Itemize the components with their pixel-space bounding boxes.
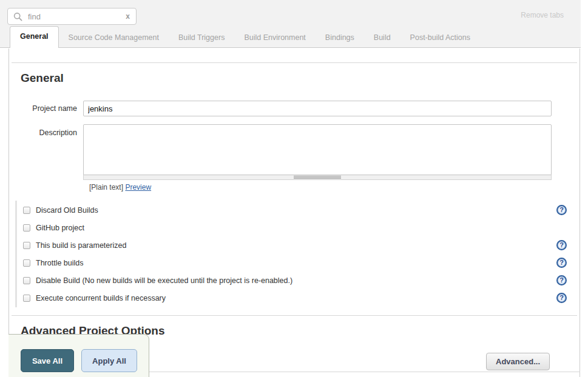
description-textarea[interactable]: [83, 124, 552, 175]
discard-old-builds-checkbox[interactable]: [23, 207, 30, 214]
disable-build-checkbox[interactable]: [23, 277, 30, 284]
apply-all-button[interactable]: Apply All: [81, 349, 137, 372]
concurrent-builds-checkbox[interactable]: [23, 295, 30, 302]
bottom-divider: [149, 372, 580, 372]
tab-source-code-management[interactable]: Source Code Management: [59, 28, 169, 48]
general-options-block: Discard Old Builds ? GitHub project This…: [15, 201, 580, 307]
help-icon[interactable]: ?: [556, 293, 567, 303]
option-label: Disable Build (No new builds will be exe…: [36, 276, 292, 285]
save-bottom-bar: Save All Apply All: [8, 334, 149, 377]
option-label: Throttle builds: [36, 259, 84, 267]
option-row-disable-build: Disable Build (No new builds will be exe…: [17, 272, 580, 289]
jenkins-config-page: x Remove tabs General Source Code Manage…: [0, 0, 588, 377]
preview-link[interactable]: Preview: [125, 183, 151, 192]
parameterized-checkbox[interactable]: [23, 242, 30, 249]
config-search-box[interactable]: x: [7, 8, 137, 25]
description-field-wrap: [83, 124, 552, 180]
tab-build[interactable]: Build: [364, 28, 400, 48]
general-section-title: General: [21, 72, 580, 85]
option-row-discard-old-builds: Discard Old Builds ?: [17, 201, 580, 219]
project-name-row: Project name: [9, 101, 580, 116]
help-icon[interactable]: ?: [556, 258, 567, 268]
config-tab-bar: General Source Code Management Build Tri…: [10, 26, 480, 48]
option-label: Discard Old Builds: [36, 206, 98, 215]
config-content-panel: General Project name Description [Plain …: [8, 48, 580, 377]
option-row-parameterized: This build is parameterized ?: [17, 236, 580, 254]
description-row: Description: [9, 124, 580, 180]
option-label: Execute concurrent builds if necessary: [36, 294, 166, 302]
tab-bindings[interactable]: Bindings: [316, 28, 364, 48]
plain-text-mode-label: [Plain text]: [89, 183, 123, 192]
option-row-concurrent-builds: Execute concurrent builds if necessary ?: [17, 289, 580, 307]
config-header-bar: x Remove tabs General Source Code Manage…: [0, 0, 581, 48]
search-clear-icon[interactable]: x: [125, 12, 130, 21]
advanced-button[interactable]: Advanced...: [486, 353, 550, 370]
description-preview-line: [Plain text] Preview: [89, 183, 580, 192]
tab-build-triggers[interactable]: Build Triggers: [169, 28, 234, 48]
help-icon[interactable]: ?: [556, 275, 567, 285]
tab-general[interactable]: General: [10, 26, 59, 48]
help-icon[interactable]: ?: [556, 240, 567, 250]
throttle-builds-checkbox[interactable]: [23, 259, 30, 267]
project-name-label: Project name: [9, 104, 83, 113]
tab-post-build-actions[interactable]: Post-build Actions: [400, 28, 480, 48]
option-row-throttle-builds: Throttle builds ?: [17, 254, 580, 272]
tab-build-environment[interactable]: Build Environment: [234, 28, 315, 48]
project-name-input[interactable]: [83, 101, 552, 116]
textarea-resize-handle[interactable]: [83, 175, 552, 180]
option-row-github-project: GitHub project: [17, 219, 580, 236]
search-icon: [13, 12, 22, 21]
save-all-button[interactable]: Save All: [21, 349, 74, 372]
section-divider: [12, 315, 577, 316]
description-label: Description: [9, 124, 83, 137]
remove-tabs-link[interactable]: Remove tabs: [521, 11, 564, 19]
option-label: GitHub project: [36, 224, 84, 232]
option-label: This build is parameterized: [36, 241, 126, 250]
section-divider: [12, 62, 577, 63]
help-icon[interactable]: ?: [556, 205, 567, 215]
github-project-checkbox[interactable]: [23, 224, 30, 232]
search-input[interactable]: [27, 12, 125, 22]
